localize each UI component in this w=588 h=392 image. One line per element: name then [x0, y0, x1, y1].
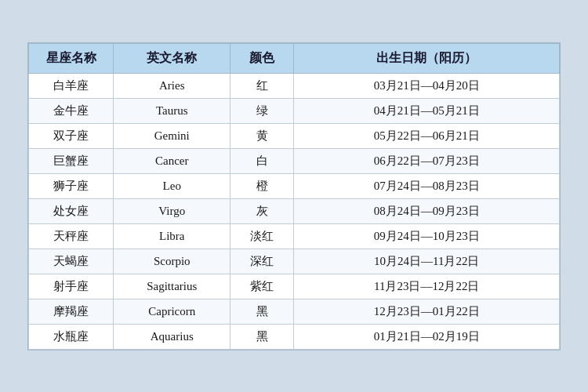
cell-date: 05月22日—06月21日: [294, 123, 560, 148]
cell-english: Libra: [114, 223, 230, 249]
table-row: 金牛座Taurus绿04月21日—05月21日: [29, 98, 560, 123]
table-row: 巨蟹座Cancer白06月22日—07月23日: [29, 148, 560, 173]
cell-chinese: 摩羯座: [29, 299, 114, 324]
cell-color: 白: [230, 148, 294, 173]
cell-chinese: 狮子座: [29, 173, 114, 198]
table-row: 处女座Virgo灰08月24日—09月23日: [29, 198, 560, 223]
cell-date: 12月23日—01月22日: [294, 299, 560, 324]
table-row: 水瓶座Aquarius黑01月21日—02月19日: [29, 324, 560, 349]
table-row: 射手座Sagittarius紫红11月23日—12月22日: [29, 274, 560, 299]
cell-chinese: 天秤座: [29, 223, 114, 249]
cell-english: Sagittarius: [114, 274, 230, 299]
table-row: 双子座Gemini黄05月22日—06月21日: [29, 123, 560, 148]
cell-english: Virgo: [114, 198, 230, 223]
cell-date: 08月24日—09月23日: [294, 198, 560, 223]
header-date: 出生日期（阳历）: [294, 43, 560, 73]
zodiac-table-container: 星座名称 英文名称 颜色 出生日期（阳历） 白羊座Aries红03月21日—04…: [27, 42, 561, 350]
cell-english: Leo: [114, 173, 230, 198]
cell-english: Gemini: [114, 123, 230, 148]
cell-chinese: 双子座: [29, 123, 114, 148]
table-row: 摩羯座Capricorn黑12月23日—01月22日: [29, 299, 560, 324]
cell-english: Cancer: [114, 148, 230, 173]
cell-color: 绿: [230, 98, 294, 123]
cell-color: 深红: [230, 249, 294, 274]
header-chinese: 星座名称: [29, 43, 114, 73]
table-header-row: 星座名称 英文名称 颜色 出生日期（阳历）: [29, 43, 560, 73]
zodiac-table: 星座名称 英文名称 颜色 出生日期（阳历） 白羊座Aries红03月21日—04…: [28, 43, 560, 350]
header-color: 颜色: [230, 43, 294, 73]
cell-date: 11月23日—12月22日: [294, 274, 560, 299]
cell-chinese: 处女座: [29, 198, 114, 223]
cell-chinese: 巨蟹座: [29, 148, 114, 173]
cell-date: 04月21日—05月21日: [294, 98, 560, 123]
table-row: 狮子座Leo橙07月24日—08月23日: [29, 173, 560, 198]
table-row: 天秤座Libra淡红09月24日—10月23日: [29, 223, 560, 249]
cell-english: Taurus: [114, 98, 230, 123]
table-row: 白羊座Aries红03月21日—04月20日: [29, 73, 560, 98]
cell-date: 03月21日—04月20日: [294, 73, 560, 98]
table-row: 天蝎座Scorpio深红10月24日—11月22日: [29, 249, 560, 274]
cell-color: 黑: [230, 299, 294, 324]
cell-color: 淡红: [230, 223, 294, 249]
cell-color: 紫红: [230, 274, 294, 299]
cell-color: 黄: [230, 123, 294, 148]
cell-english: Aquarius: [114, 324, 230, 349]
cell-date: 09月24日—10月23日: [294, 223, 560, 249]
table-body: 白羊座Aries红03月21日—04月20日金牛座Taurus绿04月21日—0…: [29, 73, 560, 349]
cell-date: 07月24日—08月23日: [294, 173, 560, 198]
cell-chinese: 白羊座: [29, 73, 114, 98]
cell-english: Scorpio: [114, 249, 230, 274]
cell-chinese: 射手座: [29, 274, 114, 299]
cell-date: 06月22日—07月23日: [294, 148, 560, 173]
cell-color: 橙: [230, 173, 294, 198]
cell-english: Capricorn: [114, 299, 230, 324]
cell-chinese: 天蝎座: [29, 249, 114, 274]
header-english: 英文名称: [114, 43, 230, 73]
cell-date: 01月21日—02月19日: [294, 324, 560, 349]
cell-color: 灰: [230, 198, 294, 223]
cell-color: 红: [230, 73, 294, 98]
cell-english: Aries: [114, 73, 230, 98]
cell-chinese: 水瓶座: [29, 324, 114, 349]
cell-chinese: 金牛座: [29, 98, 114, 123]
cell-date: 10月24日—11月22日: [294, 249, 560, 274]
cell-color: 黑: [230, 324, 294, 349]
